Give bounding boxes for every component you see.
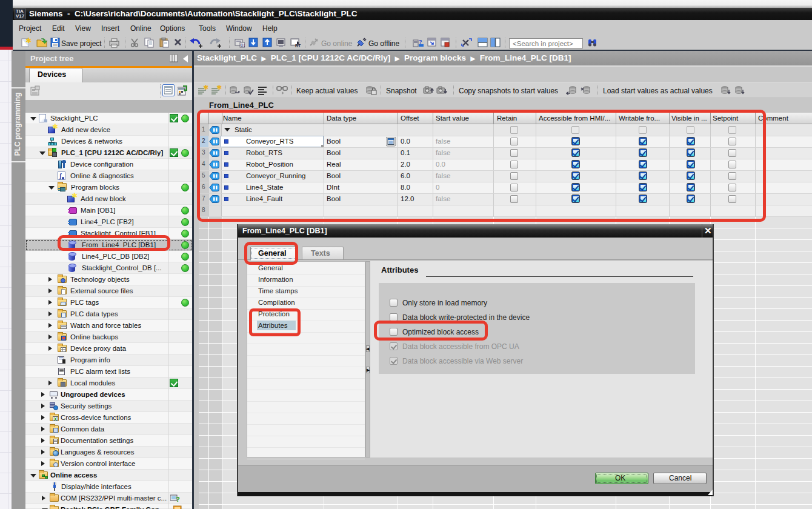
svg-text:01: 01 xyxy=(241,42,245,48)
svg-text:✱: ✱ xyxy=(25,38,32,45)
svg-text:?: ? xyxy=(176,496,180,503)
svg-text:RT: RT xyxy=(295,44,301,48)
svg-text:?: ? xyxy=(419,39,422,45)
svg-text:✱: ✱ xyxy=(216,85,222,91)
svg-text:✱: ✱ xyxy=(203,85,208,91)
